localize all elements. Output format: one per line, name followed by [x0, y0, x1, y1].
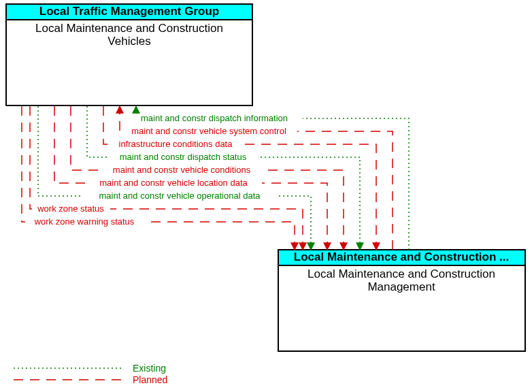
svg-text:work zone status: work zone status — [37, 203, 104, 214]
flow-label-maint-vehicle-conditions: maint and constr vehicle conditions — [100, 165, 263, 176]
legend: Existing Planned — [14, 363, 167, 385]
bottom-box-body-line2: Management — [367, 280, 435, 293]
svg-text:maint and constr dispatch stat: maint and constr dispatch status — [120, 152, 247, 162]
top-box-body-line2: Vehicles — [107, 35, 150, 48]
legend-planned-label: Planned — [133, 374, 167, 385]
svg-text:work zone warning status: work zone warning status — [34, 216, 135, 227]
flow-label-work-zone-warning-status: work zone warning status — [25, 216, 144, 227]
legend-existing-label: Existing — [133, 363, 166, 374]
node-local-maintenance-management[interactable]: Local Maintenance and Construction ... L… — [278, 250, 525, 351]
svg-text:maint and constr vehicle opera: maint and constr vehicle operational dat… — [99, 191, 261, 201]
flow-label-maint-vehicle-operational: maint and constr vehicle operational dat… — [81, 191, 278, 201]
top-box-body-line1: Local Maintenance and Construction — [35, 22, 223, 35]
flow-label-maint-dispatch-info: maint and constr dispatch information — [126, 113, 303, 124]
bottom-box-body-line1: Local Maintenance and Construction — [307, 267, 495, 280]
svg-text:infrastructure conditions data: infrastructure conditions data — [119, 139, 233, 149]
flow-label-maint-dispatch-status: maint and constr dispatch status — [108, 152, 258, 163]
svg-text:maint and constr vehicle condi: maint and constr vehicle conditions — [113, 165, 251, 175]
flow-label-infrastructure-conditions-data: infrastructure conditions data — [111, 139, 240, 150]
svg-text:maint and constr vehicle locat: maint and constr vehicle location data — [99, 178, 248, 188]
flow-label-work-zone-status: work zone status — [32, 203, 110, 214]
svg-text:maint and constr vehicle syste: maint and constr vehicle system control — [131, 126, 286, 136]
bottom-box-header: Local Maintenance and Construction ... — [294, 250, 509, 263]
flow-label-maint-vehicle-system-control: maint and constr vehicle system control — [120, 126, 297, 137]
node-local-maintenance-vehicles[interactable]: Local Traffic Management Group Local Mai… — [6, 4, 252, 105]
flow-label-maint-vehicle-location: maint and constr vehicle location data — [85, 178, 262, 189]
top-box-header: Local Traffic Management Group — [39, 5, 220, 18]
svg-text:maint and constr dispatch info: maint and constr dispatch information — [141, 113, 288, 123]
